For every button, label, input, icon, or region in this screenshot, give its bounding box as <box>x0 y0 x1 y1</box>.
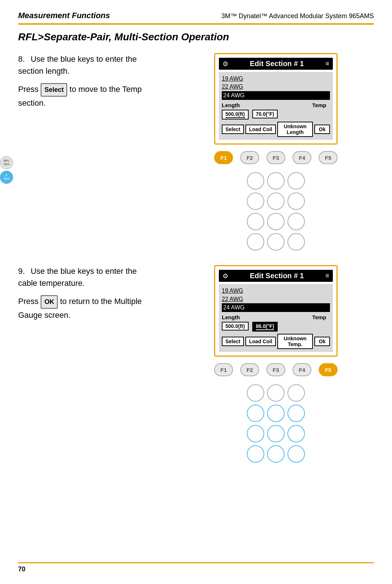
screen2-icon: ⚙ <box>222 272 228 280</box>
fn-btn-f2[interactable]: F2 <box>240 151 259 164</box>
section-title-text: Separate-Pair, Multi-Section Operation <box>44 31 229 42</box>
step9-row: 9. Use the blue keys to enter the cable … <box>18 265 374 463</box>
fn-btn-f1[interactable]: F1 <box>214 151 233 164</box>
screen1-temp-value: 70.0(°F) <box>252 110 278 118</box>
screen1-loadcoil-btn[interactable]: Load Coil <box>245 125 276 134</box>
key2-4-3[interactable] <box>287 445 305 463</box>
screen2-temp-cursor <box>256 329 274 330</box>
s2-awg-option-2: 22 AWG <box>222 295 330 303</box>
screen1-header: ⚙ Edit Section # 1 ≡ <box>219 58 333 70</box>
key-3-2[interactable] <box>267 213 285 230</box>
device-screen-2: ⚙ Edit Section # 1 ≡ 19 AWG 22 AWG 24 AW… <box>214 265 338 357</box>
key-3-1[interactable] <box>247 213 264 230</box>
fn-btn-f4[interactable]: F4 <box>293 151 311 164</box>
page-footer: 70 <box>18 562 374 573</box>
badge-rfl: RFL 7prs <box>0 156 13 169</box>
badge-zeta: Z 7prs <box>0 171 13 184</box>
key-4-3[interactable] <box>287 233 305 251</box>
screen1-title: Edit Section # 1 <box>228 60 325 68</box>
fn-btn-f5[interactable]: F5 <box>319 151 338 164</box>
key2-3-1[interactable] <box>247 425 264 442</box>
step9-press-text: Press OK to return to the Multiple Gauge… <box>18 295 156 321</box>
key2-4-2[interactable] <box>267 445 285 463</box>
screen1-awg-list: 19 AWG 22 AWG 24 AWG <box>222 75 330 100</box>
keypad-grid-1 <box>247 172 305 251</box>
ok-key-label: OK <box>41 295 58 309</box>
screen1-ok-btn[interactable]: Ok <box>314 125 330 134</box>
fn2-btn-f4[interactable]: F4 <box>293 363 311 376</box>
screen2-buttons: Select Load Coil Unknown Temp. Ok <box>222 334 330 349</box>
s2-awg-option-3-selected: 24 AWG <box>222 303 330 312</box>
screen1-length-cursor <box>225 117 245 118</box>
key-4-2[interactable] <box>267 233 285 251</box>
key-4-1[interactable] <box>247 233 264 251</box>
screen2-menu-icon: ≡ <box>325 272 329 280</box>
fn-btn-f3[interactable]: F3 <box>266 151 285 164</box>
screen1-length-area: 500.0(ft) <box>222 110 249 119</box>
side-badges: RFL 7prs Z 7prs <box>0 156 13 184</box>
fn2-btn-f3[interactable]: F3 <box>266 363 285 376</box>
key2-2-3[interactable] <box>287 405 305 422</box>
screen1-labels-row: Length Temp <box>222 102 330 108</box>
fn2-btn-f2[interactable]: F2 <box>240 363 259 376</box>
key2-4-1[interactable] <box>247 445 264 463</box>
screen2-labels-row: Length Temp <box>222 314 330 320</box>
screen2-length-area: 500.0(ft) <box>222 322 249 330</box>
screen1-body: 19 AWG 22 AWG 24 AWG Length Temp 500.0(f… <box>219 72 333 140</box>
key-2-3[interactable] <box>287 192 305 210</box>
page-header: Measurement Functions 3M™ Dynatel™ Advan… <box>18 11 374 20</box>
select-key-label: Select <box>41 83 67 97</box>
step9-text: 9. Use the blue keys to enter the cable … <box>18 265 156 327</box>
key-1-2[interactable] <box>267 172 285 190</box>
key2-2-1[interactable] <box>247 405 264 422</box>
key2-1-3[interactable] <box>287 384 305 402</box>
screen1-temp-label: Temp <box>312 102 326 108</box>
screen2-loadcoil-btn[interactable]: Load Coil <box>245 337 276 346</box>
screen1-temp-area: 70.0(°F) <box>252 110 278 118</box>
screen1-icon: ⚙ <box>222 60 228 68</box>
section-title: RFL>Separate-Pair, Multi-Section Operati… <box>18 31 374 43</box>
section-title-rfl: RFL <box>18 31 38 42</box>
screen2-select-btn[interactable]: Select <box>222 337 244 346</box>
page-number: 70 <box>18 565 374 573</box>
awg-option-2: 22 AWG <box>222 83 330 91</box>
key2-3-2[interactable] <box>267 425 285 442</box>
fn-buttons-row-2: F1 F2 F3 F4 F5 <box>214 363 338 376</box>
key2-2-2[interactable] <box>267 405 285 422</box>
key-2-2[interactable] <box>267 192 285 210</box>
key-1-3[interactable] <box>287 172 305 190</box>
screen1-length-label: Length <box>222 102 240 108</box>
step8-row: 8. Use the blue keys to enter the sectio… <box>18 53 374 251</box>
screen2-ok-btn[interactable]: Ok <box>314 337 330 346</box>
key-1-1[interactable] <box>247 172 264 190</box>
screen2-unknown-btn[interactable]: Unknown Temp. <box>277 334 313 349</box>
step9-right: ⚙ Edit Section # 1 ≡ 19 AWG 22 AWG 24 AW… <box>178 265 374 463</box>
screen2-temp-area: 86.0(°F) <box>252 322 278 332</box>
header-divider <box>18 23 374 25</box>
fn2-btn-f5[interactable]: F5 <box>319 363 338 376</box>
footer-divider <box>18 562 374 563</box>
screen1-unknown-btn[interactable]: Unknown Length <box>277 122 313 137</box>
step8-instruction: 8. Use the blue keys to enter the sectio… <box>18 53 156 77</box>
key2-1-2[interactable] <box>267 384 285 402</box>
screen2-length-value: 500.0(ft) <box>222 322 249 330</box>
s2-awg-option-1: 19 AWG <box>222 287 330 295</box>
fn2-btn-f1[interactable]: F1 <box>214 363 233 376</box>
awg-option-1: 19 AWG <box>222 75 330 83</box>
step8-right: ⚙ Edit Section # 1 ≡ 19 AWG 22 AWG 24 AW… <box>178 53 374 251</box>
screen1-select-btn[interactable]: Select <box>222 125 244 134</box>
key2-1-1[interactable] <box>247 384 264 402</box>
step8-text: 8. Use the blue keys to enter the sectio… <box>18 53 156 115</box>
device-screen-1: ⚙ Edit Section # 1 ≡ 19 AWG 22 AWG 24 AW… <box>214 53 338 145</box>
screen2-temp-label: Temp <box>312 314 326 320</box>
key-2-1[interactable] <box>247 192 264 210</box>
header-left: Measurement Functions <box>18 11 110 20</box>
screen2-length-label: Length <box>222 314 240 320</box>
step8-number: 8. <box>18 54 25 64</box>
screen1-length-value: 500.0(ft) <box>222 110 249 119</box>
header-right: 3M™ Dynatel™ Advanced Modular System 965… <box>221 12 374 20</box>
key-3-3[interactable] <box>287 213 305 230</box>
screen2-header: ⚙ Edit Section # 1 ≡ <box>219 270 333 282</box>
key2-3-3[interactable] <box>287 425 305 442</box>
screen2-body: 19 AWG 22 AWG 24 AWG Length Temp 500.0(f… <box>219 284 333 352</box>
